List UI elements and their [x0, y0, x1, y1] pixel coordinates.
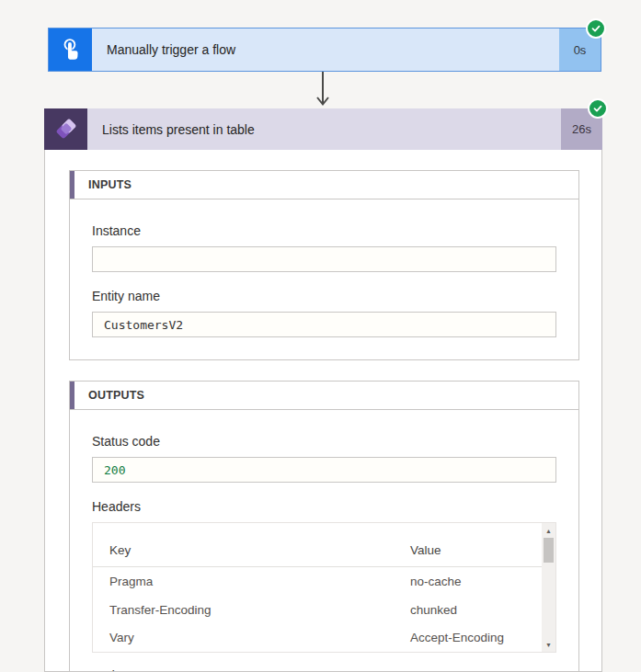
- header-key: Transfer-Encoding: [109, 603, 410, 617]
- action-title: Lists items present in table: [87, 108, 561, 150]
- header-value: Accept-Encoding: [410, 631, 542, 644]
- check-icon: [592, 103, 603, 114]
- trigger-status-badge: [586, 18, 606, 39]
- header-value: no-cache: [410, 575, 542, 588]
- check-icon: [590, 23, 601, 34]
- scroll-up-icon[interactable]: ▲: [542, 523, 555, 538]
- trigger-title: Manually trigger a flow: [92, 28, 559, 71]
- inputs-section: INPUTS Instance Entity name CustomersV2: [69, 170, 579, 360]
- table-scrollbar[interactable]: ▲ ▼: [542, 523, 555, 652]
- column-key: Key: [109, 543, 410, 557]
- manual-touch-icon: [49, 28, 92, 71]
- flow-run-canvas: Manually trigger a flow 0s Lists items p…: [0, 0, 641, 672]
- header-key: Vary: [109, 631, 410, 644]
- headers-table-head: Key Value: [93, 523, 542, 567]
- outputs-section: OUTPUTS Status code 200 Headers Key: [69, 381, 579, 672]
- instance-value[interactable]: [92, 246, 556, 272]
- column-value: Value: [410, 543, 542, 557]
- action-card: Lists items present in table 26s INPUTS …: [44, 108, 602, 672]
- scroll-down-icon[interactable]: ▼: [542, 637, 555, 652]
- outputs-section-header: OUTPUTS: [70, 382, 578, 410]
- headers-label: Headers: [92, 499, 556, 514]
- status-code-label: Status code: [92, 434, 556, 449]
- headers-field-group: Headers Key Value Pragma no-cache: [92, 499, 556, 653]
- headers-table: Key Value Pragma no-cache Transfer-Encod…: [92, 522, 556, 653]
- inputs-heading: INPUTS: [88, 178, 132, 191]
- status-code-field-group: Status code 200: [92, 434, 556, 483]
- entity-name-field-group: Entity name CustomersV2: [92, 289, 556, 337]
- inputs-section-header: INPUTS: [70, 171, 578, 199]
- body-label: Body: [92, 668, 556, 672]
- entity-name-label: Entity name: [92, 289, 556, 303]
- instance-field-group: Instance: [92, 223, 556, 272]
- scrollbar-thumb[interactable]: [544, 538, 554, 563]
- table-row: Pragma no-cache: [93, 567, 542, 596]
- dataverse-icon: [44, 108, 87, 150]
- header-key: Pragma: [109, 575, 410, 588]
- outputs-heading: OUTPUTS: [88, 389, 144, 402]
- action-card-header[interactable]: Lists items present in table 26s: [44, 108, 602, 150]
- arrow-down-icon: [315, 72, 330, 111]
- instance-label: Instance: [92, 223, 556, 238]
- entity-name-value[interactable]: CustomersV2: [92, 312, 556, 337]
- table-row: Transfer-Encoding chunked: [93, 596, 542, 624]
- trigger-card[interactable]: Manually trigger a flow 0s: [48, 28, 601, 72]
- status-code-value[interactable]: 200: [92, 457, 556, 483]
- action-card-details: INPUTS Instance Entity name CustomersV2: [44, 150, 602, 672]
- header-value: chunked: [410, 603, 542, 617]
- action-status-badge: [588, 98, 608, 119]
- table-row: Vary Accept-Encoding: [93, 623, 542, 652]
